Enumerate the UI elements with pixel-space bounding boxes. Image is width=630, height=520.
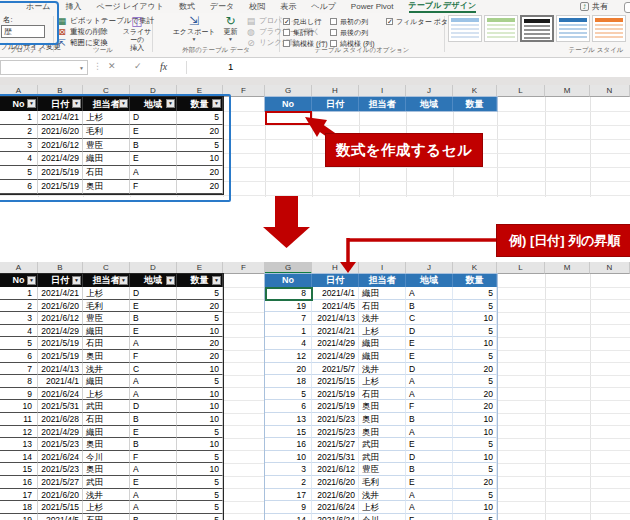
cell[interactable]: 4 bbox=[0, 325, 38, 338]
table-header-日付[interactable]: 日付▼ bbox=[38, 97, 83, 111]
cell[interactable]: 20 bbox=[265, 363, 312, 376]
cell[interactable]: 奥田 bbox=[83, 180, 130, 194]
table-name-input[interactable]: 歴 bbox=[1, 25, 45, 38]
cell[interactable]: 2021/6/24 bbox=[38, 451, 83, 464]
cell[interactable]: 2021/6/12 bbox=[312, 463, 359, 476]
cell[interactable]: 10 bbox=[453, 312, 497, 325]
column-header-D[interactable]: D bbox=[130, 262, 177, 274]
column-header-C[interactable]: C bbox=[83, 262, 130, 274]
cell[interactable]: 2021/4/5 bbox=[38, 514, 83, 520]
cell[interactable]: D bbox=[130, 400, 177, 413]
cell[interactable]: 5 bbox=[453, 438, 497, 451]
column-header-F[interactable]: F bbox=[223, 262, 265, 274]
cell[interactable]: F bbox=[130, 451, 177, 464]
cell[interactable]: 5 bbox=[453, 489, 497, 502]
cell[interactable]: 5 bbox=[453, 375, 497, 388]
cell[interactable]: 2021/4/13 bbox=[38, 363, 83, 376]
cell[interactable]: 5 bbox=[177, 287, 223, 300]
cell[interactable]: 5 bbox=[265, 388, 312, 401]
table-header-No[interactable]: No▼ bbox=[0, 274, 38, 287]
table-header-数量[interactable]: 数量 bbox=[453, 97, 497, 111]
cell[interactable]: 2021/6/20 bbox=[312, 476, 359, 489]
cell[interactable]: 5 bbox=[177, 375, 223, 388]
cell[interactable]: 20 bbox=[453, 363, 497, 376]
cell[interactable]: E bbox=[130, 125, 177, 139]
cell[interactable]: 2021/5/27 bbox=[38, 476, 83, 489]
cell[interactable]: 5 bbox=[453, 514, 497, 520]
cell[interactable]: 20 bbox=[453, 476, 497, 489]
cell[interactable]: 2021/4/5 bbox=[312, 300, 359, 313]
column-header-I[interactable]: I bbox=[359, 85, 406, 97]
ribbon-tab-挿入[interactable]: 挿入 bbox=[65, 1, 81, 12]
share-button[interactable]: ⤴ 共有 bbox=[580, 1, 608, 12]
cell[interactable]: 奥田 bbox=[359, 426, 406, 439]
cell[interactable]: A bbox=[406, 388, 453, 401]
cell[interactable]: 10 bbox=[453, 337, 497, 350]
cell[interactable]: A bbox=[406, 375, 453, 388]
table-header-日付[interactable]: 日付 bbox=[312, 97, 359, 111]
table-style-orange[interactable] bbox=[592, 15, 626, 42]
table-style-green[interactable] bbox=[484, 15, 518, 42]
cell[interactable]: A bbox=[406, 426, 453, 439]
column-header-D[interactable]: D bbox=[130, 85, 177, 97]
filter-dropdown-icon[interactable]: ▼ bbox=[166, 276, 175, 285]
chevron-down-icon[interactable]: ▼ bbox=[79, 65, 84, 71]
cell[interactable]: 3 bbox=[0, 139, 38, 153]
cell[interactable]: 10 bbox=[177, 438, 223, 451]
cell[interactable]: 上杉 bbox=[359, 375, 406, 388]
ribbon-tab-ページ レイアウト[interactable]: ページ レイアウト bbox=[96, 1, 164, 12]
cell[interactable]: C bbox=[130, 363, 177, 376]
cell[interactable]: 2021/4/13 bbox=[312, 312, 359, 325]
cell[interactable]: 石田 bbox=[83, 166, 130, 180]
cell[interactable]: 奥田 bbox=[359, 413, 406, 426]
cell[interactable]: A bbox=[130, 166, 177, 180]
cell[interactable]: 2021/5/27 bbox=[312, 438, 359, 451]
cell[interactable]: 8 bbox=[0, 375, 38, 388]
table-header-担当者[interactable]: 担当者 bbox=[359, 97, 406, 111]
cell[interactable]: 今川 bbox=[359, 514, 406, 520]
cell[interactable]: 奥田 bbox=[83, 463, 130, 476]
table-header-担当者[interactable]: 担当者▼ bbox=[83, 274, 130, 287]
cell[interactable]: 6 bbox=[265, 400, 312, 413]
cancel-button[interactable]: ✕ bbox=[108, 61, 116, 71]
filter-dropdown-icon[interactable]: ▼ bbox=[72, 99, 81, 108]
cell[interactable]: C bbox=[406, 312, 453, 325]
cell[interactable]: 5 bbox=[177, 139, 223, 153]
cell[interactable]: 20 bbox=[177, 166, 223, 180]
cell[interactable]: E bbox=[130, 300, 177, 313]
cell[interactable]: F bbox=[406, 514, 453, 520]
table-header-地域[interactable]: 地域 bbox=[406, 274, 453, 287]
cell[interactable]: D bbox=[406, 451, 453, 464]
table-style-light-blue[interactable] bbox=[448, 15, 482, 42]
cell[interactable]: 毛利 bbox=[83, 125, 130, 139]
cell[interactable]: 20 bbox=[177, 180, 223, 194]
cell[interactable]: 2021/6/24 bbox=[38, 388, 83, 401]
cell[interactable]: 2021/5/23 bbox=[312, 413, 359, 426]
cell[interactable]: E bbox=[130, 325, 177, 338]
cell[interactable]: 14 bbox=[265, 514, 312, 520]
cell[interactable]: 19 bbox=[0, 514, 38, 520]
cell[interactable]: 5 bbox=[453, 463, 497, 476]
cell[interactable]: 10 bbox=[177, 388, 223, 401]
cell[interactable]: 17 bbox=[0, 489, 38, 502]
cell[interactable]: 2 bbox=[0, 125, 38, 139]
column-header-L[interactable]: L bbox=[497, 85, 545, 97]
cell[interactable]: 5 bbox=[0, 337, 38, 350]
cell[interactable]: 5 bbox=[177, 476, 223, 489]
cell[interactable]: 6 bbox=[0, 350, 38, 363]
cell[interactable]: 12 bbox=[0, 426, 38, 439]
ribbon-tab-ホーム[interactable]: ホーム bbox=[26, 1, 50, 12]
filter-dropdown-icon[interactable]: ▼ bbox=[212, 276, 221, 285]
cell[interactable]: 2021/5/23 bbox=[312, 426, 359, 439]
column-header-J[interactable]: J bbox=[406, 262, 453, 274]
cell[interactable]: 5 bbox=[453, 300, 497, 313]
cell[interactable]: 2021/5/19 bbox=[312, 388, 359, 401]
cell[interactable]: 5 bbox=[177, 489, 223, 502]
cell[interactable]: D bbox=[130, 287, 177, 300]
cell[interactable]: 20 bbox=[177, 125, 223, 139]
cell[interactable]: E bbox=[406, 337, 453, 350]
cell[interactable]: 2021/5/15 bbox=[312, 375, 359, 388]
cell[interactable]: 5 bbox=[453, 287, 497, 300]
cell[interactable]: 2021/4/1 bbox=[312, 287, 359, 300]
cell[interactable]: 豊臣 bbox=[359, 463, 406, 476]
